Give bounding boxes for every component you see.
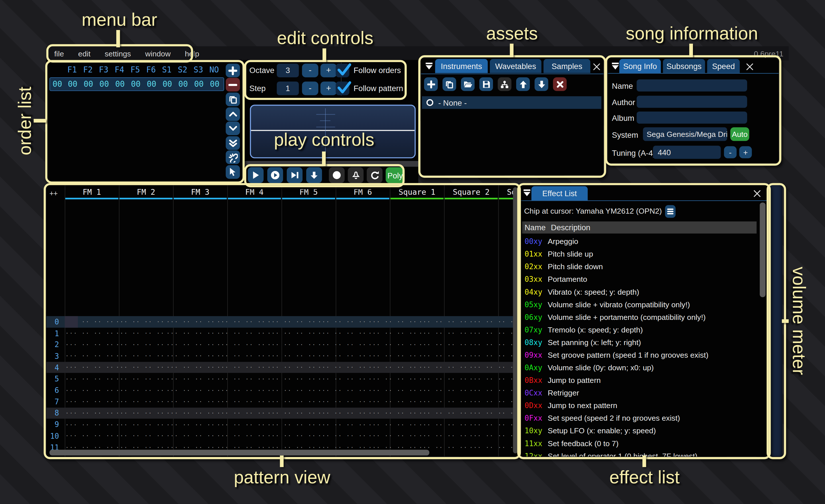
pattern-cell-empty[interactable]: ··· ·· ·· ·· ··	[64, 352, 114, 359]
tab-speed[interactable]: Speed	[707, 59, 740, 73]
pattern-cell-empty[interactable]: ··· ·· ·· ·· ··	[367, 341, 417, 348]
step-minus-button[interactable]: -	[302, 82, 318, 95]
channel-header[interactable]: FM 3	[173, 188, 227, 196]
pattern-cell-empty[interactable]: ··· ·· ·· ·· ··	[266, 421, 316, 428]
pattern-cell-empty[interactable]: ··· ·· ·· ·· ··	[165, 432, 215, 439]
pattern-cell-empty[interactable]: ··· ·· ·· ·· ··	[316, 352, 367, 359]
pattern-cell-empty[interactable]: ··· ·· ·· ·· ··	[418, 364, 468, 371]
pattern-cell-empty[interactable]: ··· ·· ·· ·· ··	[165, 421, 215, 428]
pattern-cell-empty[interactable]: ··· ·· ·· ·· ··	[215, 330, 266, 337]
asset-tree-button[interactable]	[498, 77, 512, 91]
tab-effect-list[interactable]: Effect List	[531, 186, 588, 200]
pattern-cell-empty[interactable]: ··· ·· ·· ·· ··	[165, 319, 215, 325]
pattern-cell-empty[interactable]: ··· ·· ·· ·· ··	[316, 375, 367, 382]
pattern-cell-empty[interactable]: ··· ·· ·· ·· ··	[468, 421, 518, 428]
pattern-cell-empty[interactable]: ··· ·· ·· ·· ··	[418, 432, 468, 439]
menu-item[interactable]: settings	[104, 49, 131, 58]
play-row-button[interactable]	[287, 167, 302, 183]
menu-item[interactable]: file	[54, 49, 64, 58]
pattern-cell-empty[interactable]: ··· ·· ·· ·· ··	[367, 432, 417, 439]
pattern-cell-empty[interactable]: ··· ·· ·· ·· ··	[114, 341, 165, 348]
order-cell[interactable]: 00	[144, 79, 159, 89]
pattern-row[interactable]: 8··· ·· ·· ·· ····· ·· ·· ·· ····· ·· ··…	[47, 408, 519, 419]
pattern-cell-empty[interactable]: ··· ·· ·· ·· ··	[418, 387, 468, 394]
order-row-selected[interactable]: 00 00000000000000000000	[50, 77, 224, 91]
pattern-cell-empty[interactable]: ··· ·· ·· ·· ··	[367, 330, 417, 337]
pattern-cell-empty[interactable]: ··· ·· ·· ·· ··	[468, 387, 518, 394]
order-column-header[interactable]: F2	[80, 65, 96, 75]
order-column-header[interactable]: F6	[143, 65, 159, 75]
pattern-cell-empty[interactable]: ··· ·· ·· ·· ··	[165, 352, 215, 359]
pattern-cell-empty[interactable]: ··· ·· ·· ·· ··	[165, 410, 215, 417]
pattern-cell-empty[interactable]: ··· ·· ·· ·· ··	[418, 352, 468, 359]
order-column-header[interactable]: F5	[127, 65, 143, 75]
order-remove-button[interactable]	[226, 78, 240, 92]
pattern-cell-empty[interactable]: ··· ·· ·· ·· ··	[64, 341, 114, 348]
order-column-header[interactable]: F1	[64, 65, 80, 75]
pattern-cell-empty[interactable]: ··· ·· ·· ·· ··	[418, 421, 468, 428]
order-move-up-button[interactable]	[226, 107, 240, 121]
order-cell[interactable]: 00	[80, 79, 96, 89]
effect-sort-menu-button[interactable]	[665, 205, 676, 218]
order-cell[interactable]: 00	[191, 79, 207, 89]
pattern-cell-empty[interactable]: ··· ·· ·· ·· ··	[215, 319, 266, 325]
order-cell[interactable]: 00	[96, 79, 112, 89]
pattern-cursor-cell[interactable]	[65, 316, 78, 328]
pattern-row[interactable]: 10··· ·· ·· ·· ····· ·· ·· ·· ····· ·· ·…	[47, 430, 519, 441]
asset-add-button[interactable]	[424, 77, 438, 91]
pattern-cell-empty[interactable]: ··· ·· ·· ·· ··	[64, 410, 114, 417]
pattern-cell-empty[interactable]: ··· ·· ·· ·· ··	[266, 330, 316, 337]
order-column-header[interactable]: NO	[206, 65, 222, 75]
close-icon[interactable]	[746, 63, 754, 71]
pattern-cell-empty[interactable]: ··· ·· ·· ·· ··	[316, 432, 367, 439]
menu-item[interactable]: window	[145, 49, 171, 58]
octave-value[interactable]: 3	[277, 64, 299, 77]
pattern-cell-empty[interactable]: ··· ·· ·· ·· ··	[367, 352, 417, 359]
album-input[interactable]	[636, 111, 747, 123]
pattern-cell-empty[interactable]: ··· ·· ·· ·· ··	[215, 432, 266, 439]
order-column-header[interactable]: S3	[191, 65, 206, 75]
pattern-cell-empty[interactable]: ··· ·· ·· ·· ··	[215, 410, 266, 417]
pattern-cell-empty[interactable]: ··· ·· ·· ·· ··	[367, 410, 417, 417]
order-cell[interactable]: 00	[175, 79, 191, 89]
channel-header[interactable]: FM 2	[119, 188, 173, 196]
pattern-cell-empty[interactable]: ··· ·· ·· ·· ··	[64, 364, 114, 371]
pattern-cell-empty[interactable]: ··· ·· ·· ·· ··	[266, 319, 316, 325]
pattern-cell-empty[interactable]: ··· ·· ·· ·· ··	[316, 364, 367, 371]
dock-splitter[interactable]	[243, 161, 419, 167]
order-cell[interactable]: 00	[65, 79, 80, 89]
asset-open-button[interactable]	[461, 77, 475, 91]
effect-row[interactable]: 08xySet panning (x: left; y: right)	[520, 336, 762, 349]
close-icon[interactable]	[592, 63, 601, 71]
effect-row[interactable]: 02xxPitch slide down	[520, 260, 762, 273]
vertical-scrollbar[interactable]	[513, 187, 518, 453]
pattern-cell-empty[interactable]: ··· ·· ·· ·· ··	[114, 410, 165, 417]
pattern-row[interactable]: 1··· ·· ·· ·· ····· ·· ·· ·· ····· ·· ··…	[47, 328, 519, 339]
effect-row[interactable]: 04xyVibrato (x: speed; y: depth)	[520, 285, 762, 298]
effect-row[interactable]: 12xxSet level of operator 1 (0 highest, …	[520, 449, 762, 456]
pattern-cell-empty[interactable]: ··· ·· ·· ·· ··	[468, 341, 518, 348]
collapse-window-icon[interactable]	[611, 63, 619, 70]
pattern-cell-empty[interactable]: ··· ·· ·· ·· ··	[64, 330, 114, 337]
effect-row[interactable]: 10xySetup LFO (x: enable; y: speed)	[520, 424, 762, 437]
step-value[interactable]: 1	[277, 82, 299, 95]
pattern-row[interactable]: 0··· ·· ·· ·· ····· ·· ·· ·· ····· ·· ··…	[47, 316, 519, 328]
effect-row[interactable]: 05xyVolume slide + vibrato (compatibilit…	[520, 298, 762, 311]
pattern-row[interactable]: 9··· ·· ·· ·· ····· ·· ·· ·· ····· ·· ··…	[47, 419, 519, 430]
pattern-cell-empty[interactable]: ··· ·· ·· ·· ··	[266, 387, 316, 394]
effect-row[interactable]: 0AxyVolume slide (0y: down; x0: up)	[520, 361, 762, 374]
channel-header[interactable]: FM 1	[65, 188, 119, 196]
pattern-cell-empty[interactable]: ··· ·· ·· ·· ··	[266, 432, 316, 439]
pattern-cell-empty[interactable]: ··· ·· ·· ·· ··	[114, 330, 165, 337]
channel-header[interactable]: FM 4	[227, 188, 281, 196]
channel-header[interactable]: Square 2	[444, 188, 498, 196]
tuning-input[interactable]: 440	[653, 146, 721, 159]
tab-samples[interactable]: Samples	[543, 59, 590, 73]
pattern-cell-empty[interactable]: ··· ·· ·· ·· ··	[114, 421, 165, 428]
pattern-row[interactable]: 3··· ·· ·· ·· ····· ·· ·· ·· ····· ·· ··…	[47, 350, 519, 362]
pattern-row[interactable]: 6··· ·· ·· ·· ····· ·· ·· ·· ····· ·· ··…	[47, 385, 519, 396]
step-down-button[interactable]	[306, 167, 322, 183]
pattern-cell-empty[interactable]: ··· ·· ·· ·· ··	[64, 375, 114, 382]
effect-row[interactable]: 01xxPitch slide up	[520, 248, 762, 260]
instrument-list-item-selected[interactable]: - None -	[422, 96, 601, 109]
